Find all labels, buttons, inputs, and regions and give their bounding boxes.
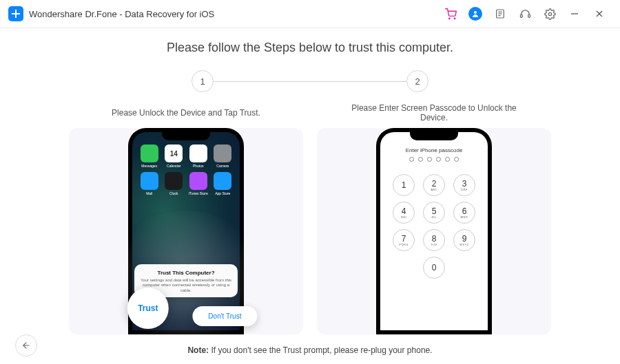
key-number: 3 (462, 180, 467, 188)
key-letters: PQRS (399, 243, 408, 246)
app-label: Mail (146, 191, 152, 195)
note-text: If you don't see the Trust prompt, pleas… (209, 345, 432, 355)
key-number: 7 (402, 235, 406, 243)
keypad-key-5: 5JKL (423, 202, 445, 224)
key-number: 4 (402, 207, 406, 215)
svg-point-1 (454, 18, 455, 19)
note: Note: If you don't see the Trust prompt,… (0, 345, 620, 355)
app-icon (141, 144, 158, 162)
app-label: Messages (141, 164, 157, 168)
app-icon (189, 144, 207, 162)
app-app-store: App Store (213, 172, 234, 195)
feedback-icon[interactable] (490, 4, 510, 23)
svg-rect-7 (520, 14, 522, 17)
app-label: iTunes Store (189, 191, 208, 195)
step-2-illustration: Enter iPhone passcode 12ABC3DEF4GHI5JKL6… (317, 128, 551, 334)
step-2: Please Enter Screen Passcode to Unlock t… (317, 102, 551, 334)
key-letters: MNO (461, 215, 468, 219)
keypad-key-4: 4GHI (393, 202, 415, 224)
keypad-key-8: 8TUV (423, 229, 445, 251)
page-heading: Please follow the Steps below to trust t… (0, 41, 620, 55)
key-number: 8 (432, 235, 437, 243)
key-letters: GHI (401, 215, 407, 219)
settings-icon[interactable] (540, 4, 559, 23)
key-number: 0 (432, 264, 437, 272)
key-number: 6 (462, 207, 467, 215)
app-clock: Clock (164, 172, 185, 195)
app-photos: Photos (188, 144, 209, 168)
app-icon (165, 172, 183, 190)
step-1: Please Unlock the Device and Tap Trust. … (69, 102, 303, 334)
app-label: Calendar (167, 164, 180, 168)
app-mail: Mail (139, 172, 160, 195)
step-2-indicator: 2 (406, 70, 428, 92)
key-number: 1 (402, 181, 406, 189)
key-letters: DEF (461, 188, 468, 191)
keypad-key-6: 6MNO (453, 202, 475, 224)
app-label: Camera (216, 164, 229, 168)
svg-rect-8 (528, 14, 530, 17)
key-number: 9 (462, 235, 467, 243)
trust-button-label: Trust (138, 303, 158, 313)
stepper: 1 2 (0, 70, 620, 92)
window-title: Wondershare Dr.Fone - Data Recovery for … (29, 9, 214, 19)
note-label: Note: (187, 345, 209, 355)
app-icon (189, 172, 207, 190)
key-letters: ABC (431, 188, 437, 191)
keypad-key-3: 3DEF (453, 174, 475, 196)
step-2-caption: Please Enter Screen Passcode to Unlock t… (317, 102, 551, 124)
key-letters: JKL (431, 215, 437, 219)
close-button[interactable] (590, 4, 609, 23)
app-icon: 14 (165, 144, 183, 162)
step-1-indicator: 1 (192, 70, 214, 92)
app-icon (214, 172, 231, 190)
svg-point-9 (548, 12, 551, 15)
keypad-key-2: 2ABC (423, 174, 445, 196)
keypad-key-7: 7PQRS (393, 229, 415, 251)
app-label: Clock (169, 191, 178, 195)
app-icon (214, 144, 231, 162)
keypad-key-1: 1 (393, 174, 415, 196)
support-icon[interactable] (515, 4, 535, 23)
titlebar: Wondershare Dr.Fone - Data Recovery for … (0, 0, 620, 28)
minimize-button[interactable] (565, 4, 584, 23)
main-content: Please follow the Steps below to trust t… (0, 28, 620, 364)
app-label: App Store (215, 191, 230, 195)
trust-dialog-title: Trust This Computer? (138, 270, 234, 276)
step-1-illustration: Messages14CalendarPhotosCameraMailClocki… (69, 128, 303, 334)
cart-icon[interactable] (441, 4, 460, 23)
key-letters: WXYZ (459, 243, 469, 246)
app-calendar: 14Calendar (164, 144, 185, 168)
app-itunes-store: iTunes Store (188, 172, 209, 195)
keypad-key-0: 0 (423, 257, 445, 279)
passcode-dots (380, 157, 488, 162)
dont-trust-button-label: Don't Trust (208, 312, 241, 320)
app-messages: Messages (139, 144, 160, 168)
app-camera: Camera (213, 144, 234, 168)
svg-point-0 (448, 18, 449, 19)
stepper-line (214, 81, 406, 82)
passcode-title: Enter iPhone passcode (380, 147, 488, 153)
key-number: 2 (432, 180, 437, 188)
account-icon[interactable] (466, 4, 485, 23)
key-number: 5 (432, 207, 437, 215)
step-1-caption: Please Unlock the Device and Tap Trust. (69, 102, 303, 124)
app-logo-icon (8, 6, 23, 21)
trust-button: Trust (127, 288, 169, 329)
svg-point-2 (474, 11, 477, 14)
app-label: Photos (193, 164, 204, 168)
app-icon (141, 172, 158, 190)
key-letters: TUV (431, 243, 437, 246)
dont-trust-button: Don't Trust (192, 306, 257, 326)
keypad-key-9: 9WXYZ (453, 229, 475, 251)
